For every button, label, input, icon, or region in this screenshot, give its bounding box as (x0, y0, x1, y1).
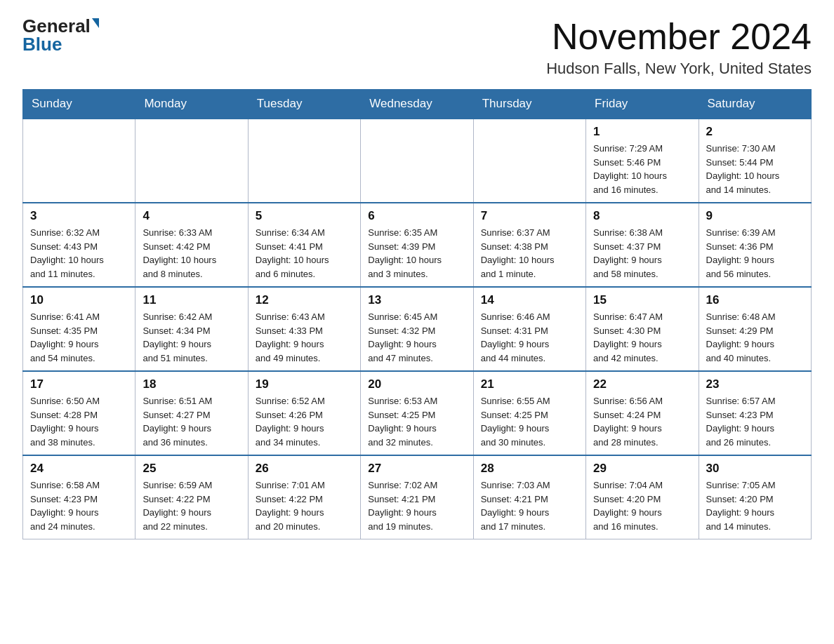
day-info: Sunrise: 7:05 AMSunset: 4:20 PMDaylight:… (706, 478, 804, 533)
calendar-cell: 17Sunrise: 6:50 AMSunset: 4:28 PMDayligh… (23, 371, 135, 455)
logo-blue: Blue (22, 35, 62, 53)
calendar-cell (248, 119, 360, 203)
calendar-cell: 18Sunrise: 6:51 AMSunset: 4:27 PMDayligh… (135, 371, 248, 455)
day-info: Sunrise: 7:03 AMSunset: 4:21 PMDaylight:… (481, 478, 578, 533)
day-number: 14 (481, 293, 578, 307)
day-info: Sunrise: 6:50 AMSunset: 4:28 PMDaylight:… (30, 394, 128, 449)
day-number: 28 (481, 462, 578, 476)
day-info: Sunrise: 6:32 AMSunset: 4:43 PMDaylight:… (30, 226, 128, 281)
calendar-cell: 7Sunrise: 6:37 AMSunset: 4:38 PMDaylight… (473, 203, 585, 287)
day-info: Sunrise: 6:55 AMSunset: 4:25 PMDaylight:… (481, 394, 578, 449)
calendar-week-row: 1Sunrise: 7:29 AMSunset: 5:46 PMDaylight… (23, 119, 812, 203)
calendar-cell: 15Sunrise: 6:47 AMSunset: 4:30 PMDayligh… (586, 287, 699, 371)
location: Hudson Falls, New York, United States (546, 60, 812, 78)
weekday-header: Friday (586, 90, 699, 119)
calendar-cell: 23Sunrise: 6:57 AMSunset: 4:23 PMDayligh… (699, 371, 811, 455)
calendar-cell: 2Sunrise: 7:30 AMSunset: 5:44 PMDaylight… (699, 119, 811, 203)
day-number: 3 (30, 209, 128, 223)
day-number: 5 (256, 209, 353, 223)
calendar-cell: 12Sunrise: 6:43 AMSunset: 4:33 PMDayligh… (248, 287, 360, 371)
day-info: Sunrise: 6:43 AMSunset: 4:33 PMDaylight:… (256, 310, 353, 365)
day-number: 27 (368, 462, 465, 476)
day-info: Sunrise: 6:53 AMSunset: 4:25 PMDaylight:… (368, 394, 465, 449)
calendar-cell: 1Sunrise: 7:29 AMSunset: 5:46 PMDaylight… (586, 119, 699, 203)
day-info: Sunrise: 6:45 AMSunset: 4:32 PMDaylight:… (368, 310, 465, 365)
calendar-cell: 26Sunrise: 7:01 AMSunset: 4:22 PMDayligh… (248, 455, 360, 539)
day-info: Sunrise: 6:47 AMSunset: 4:30 PMDaylight:… (593, 310, 691, 365)
calendar-cell (473, 119, 585, 203)
weekday-header: Thursday (473, 90, 585, 119)
day-info: Sunrise: 6:56 AMSunset: 4:24 PMDaylight:… (593, 394, 691, 449)
day-number: 24 (30, 462, 128, 476)
day-number: 18 (143, 377, 240, 391)
day-number: 15 (593, 293, 691, 307)
calendar-cell: 20Sunrise: 6:53 AMSunset: 4:25 PMDayligh… (361, 371, 473, 455)
calendar-cell: 5Sunrise: 6:34 AMSunset: 4:41 PMDaylight… (248, 203, 360, 287)
day-number: 10 (30, 293, 128, 307)
logo-general: General (22, 17, 91, 35)
calendar-cell: 29Sunrise: 7:04 AMSunset: 4:20 PMDayligh… (586, 455, 699, 539)
day-info: Sunrise: 6:48 AMSunset: 4:29 PMDaylight:… (706, 310, 804, 365)
calendar-week-row: 10Sunrise: 6:41 AMSunset: 4:35 PMDayligh… (23, 287, 812, 371)
day-number: 29 (593, 462, 691, 476)
day-info: Sunrise: 6:39 AMSunset: 4:36 PMDaylight:… (706, 226, 804, 281)
calendar-week-row: 17Sunrise: 6:50 AMSunset: 4:28 PMDayligh… (23, 371, 812, 455)
day-info: Sunrise: 6:35 AMSunset: 4:39 PMDaylight:… (368, 226, 465, 281)
weekday-header: Saturday (699, 90, 811, 119)
weekday-header: Sunday (23, 90, 135, 119)
day-info: Sunrise: 6:37 AMSunset: 4:38 PMDaylight:… (481, 226, 578, 281)
day-info: Sunrise: 7:30 AMSunset: 5:44 PMDaylight:… (706, 142, 804, 196)
calendar-cell: 27Sunrise: 7:02 AMSunset: 4:21 PMDayligh… (361, 455, 473, 539)
day-number: 25 (143, 462, 240, 476)
day-info: Sunrise: 7:01 AMSunset: 4:22 PMDaylight:… (256, 478, 353, 533)
day-number: 20 (368, 377, 465, 391)
calendar-cell: 16Sunrise: 6:48 AMSunset: 4:29 PMDayligh… (699, 287, 811, 371)
day-number: 12 (256, 293, 353, 307)
day-number: 16 (706, 293, 804, 307)
weekday-header: Wednesday (361, 90, 473, 119)
day-number: 8 (593, 209, 691, 223)
day-number: 11 (143, 293, 240, 307)
calendar-cell (361, 119, 473, 203)
month-title: November 2024 (546, 17, 812, 57)
calendar-cell: 8Sunrise: 6:38 AMSunset: 4:37 PMDaylight… (586, 203, 699, 287)
calendar-cell: 3Sunrise: 6:32 AMSunset: 4:43 PMDaylight… (23, 203, 135, 287)
day-number: 4 (143, 209, 240, 223)
day-info: Sunrise: 6:52 AMSunset: 4:26 PMDaylight:… (256, 394, 353, 449)
calendar-cell: 14Sunrise: 6:46 AMSunset: 4:31 PMDayligh… (473, 287, 585, 371)
calendar-cell (135, 119, 248, 203)
calendar-table: SundayMondayTuesdayWednesdayThursdayFrid… (22, 89, 812, 539)
day-info: Sunrise: 6:34 AMSunset: 4:41 PMDaylight:… (256, 226, 353, 281)
calendar-cell: 4Sunrise: 6:33 AMSunset: 4:42 PMDaylight… (135, 203, 248, 287)
calendar-cell: 9Sunrise: 6:39 AMSunset: 4:36 PMDaylight… (699, 203, 811, 287)
calendar-cell: 24Sunrise: 6:58 AMSunset: 4:23 PMDayligh… (23, 455, 135, 539)
title-section: November 2024 Hudson Falls, New York, Un… (546, 17, 812, 78)
calendar-cell: 25Sunrise: 6:59 AMSunset: 4:22 PMDayligh… (135, 455, 248, 539)
day-number: 2 (706, 125, 804, 139)
day-number: 30 (706, 462, 804, 476)
calendar-header: SundayMondayTuesdayWednesdayThursdayFrid… (23, 90, 812, 119)
day-info: Sunrise: 7:02 AMSunset: 4:21 PMDaylight:… (368, 478, 465, 533)
day-number: 22 (593, 377, 691, 391)
day-number: 23 (706, 377, 804, 391)
day-info: Sunrise: 6:51 AMSunset: 4:27 PMDaylight:… (143, 394, 240, 449)
day-number: 17 (30, 377, 128, 391)
calendar-body: 1Sunrise: 7:29 AMSunset: 5:46 PMDaylight… (23, 119, 812, 539)
calendar-cell: 22Sunrise: 6:56 AMSunset: 4:24 PMDayligh… (586, 371, 699, 455)
calendar-cell: 6Sunrise: 6:35 AMSunset: 4:39 PMDaylight… (361, 203, 473, 287)
day-info: Sunrise: 6:42 AMSunset: 4:34 PMDaylight:… (143, 310, 240, 365)
day-info: Sunrise: 6:57 AMSunset: 4:23 PMDaylight:… (706, 394, 804, 449)
calendar-cell (23, 119, 135, 203)
day-info: Sunrise: 7:04 AMSunset: 4:20 PMDaylight:… (593, 478, 691, 533)
logo: General Blue (22, 17, 99, 53)
calendar-week-row: 3Sunrise: 6:32 AMSunset: 4:43 PMDaylight… (23, 203, 812, 287)
day-info: Sunrise: 6:41 AMSunset: 4:35 PMDaylight:… (30, 310, 128, 365)
day-info: Sunrise: 7:29 AMSunset: 5:46 PMDaylight:… (593, 142, 691, 196)
day-number: 6 (368, 209, 465, 223)
calendar-week-row: 24Sunrise: 6:58 AMSunset: 4:23 PMDayligh… (23, 455, 812, 539)
day-info: Sunrise: 6:58 AMSunset: 4:23 PMDaylight:… (30, 478, 128, 533)
weekday-header-row: SundayMondayTuesdayWednesdayThursdayFrid… (23, 90, 812, 119)
day-number: 13 (368, 293, 465, 307)
day-info: Sunrise: 6:59 AMSunset: 4:22 PMDaylight:… (143, 478, 240, 533)
weekday-header: Monday (135, 90, 248, 119)
